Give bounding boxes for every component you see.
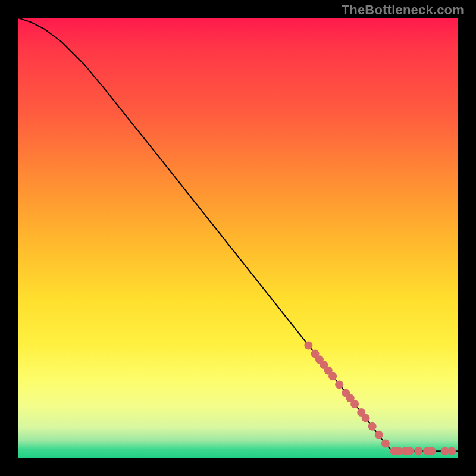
plot-area [18,18,458,458]
highlighted-points-group [304,342,456,456]
highlighted-point [406,447,414,455]
highlighted-point [328,372,337,380]
highlighted-point [375,431,383,439]
watermark-text: TheBottleneck.com [342,2,464,18]
highlighted-point [414,447,422,455]
highlighted-point [304,342,312,350]
highlighted-point [335,380,343,389]
highlighted-point [368,422,377,431]
chart-svg [18,18,458,458]
highlighted-point [362,414,370,422]
highlighted-point [428,447,436,455]
highlighted-point [350,400,359,408]
main-curve [18,18,458,451]
chart-stage: TheBottleneck.com [0,0,476,476]
highlighted-point [447,447,456,455]
highlighted-point [381,440,390,448]
